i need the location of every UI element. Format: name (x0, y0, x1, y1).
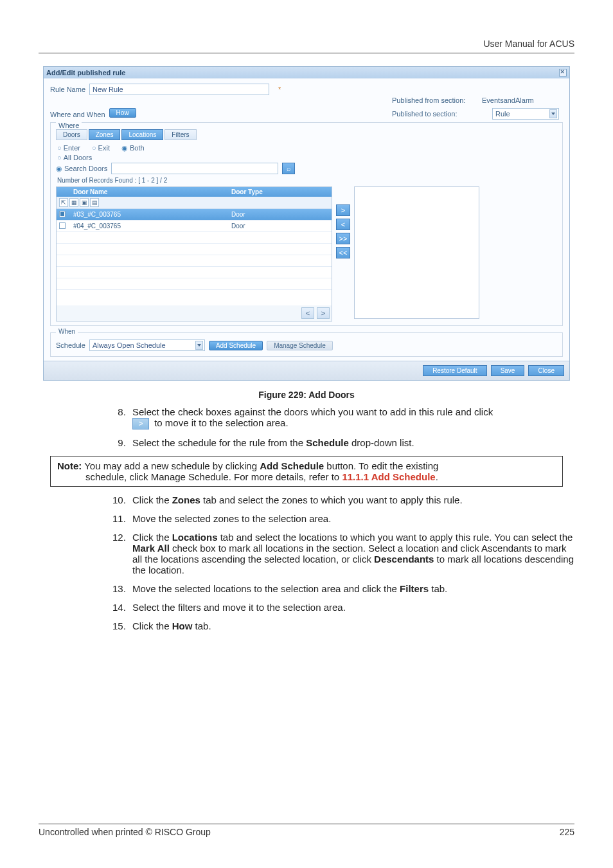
tab-locations[interactable]: Locations (121, 129, 163, 140)
grid-tool-1[interactable]: ⇱ (59, 198, 68, 207)
published-to-label: Published to section: (392, 110, 492, 118)
when-legend: When (56, 328, 78, 335)
where-legend: Where (56, 122, 82, 129)
step-item: Move the selected zones to the selection… (129, 513, 574, 524)
schedule-value: Always Open Schedule (93, 341, 193, 349)
step-item: Click the Zones tab and select the zones… (129, 494, 574, 505)
search-input[interactable] (111, 163, 278, 174)
search-icon[interactable]: ⌕ (282, 163, 295, 174)
where-when-label: Where and When (50, 111, 105, 118)
col-door-name: Door Name (71, 187, 229, 197)
save-button[interactable]: Save (491, 365, 525, 376)
step-9: Select the schedule for the rule from th… (129, 437, 574, 448)
table-row[interactable]: #03_#C_003765 Door (57, 209, 332, 221)
close-icon[interactable] (559, 69, 567, 77)
schedule-select[interactable]: Always Open Schedule (89, 339, 205, 351)
figure-caption: Figure 229: Add Doors (39, 390, 574, 400)
tab-doors[interactable]: Doors (56, 129, 87, 140)
step-8: Select the check boxes against the doors… (129, 406, 574, 429)
rule-name-label: Rule Name (50, 86, 85, 93)
grid-tool-3[interactable]: ▣ (80, 198, 89, 207)
published-from-label: Published from section: (392, 96, 482, 104)
step-item: Select the filters and move it to the se… (129, 602, 574, 613)
pager-prev[interactable]: < (301, 307, 314, 319)
table-row[interactable]: #04_#C_003765 Door (57, 221, 332, 232)
grid-tool-4[interactable]: ▤ (90, 198, 99, 207)
row-type: Door (229, 211, 332, 218)
page-header-title: User Manual for ACUS (39, 39, 574, 53)
schedule-label: Schedule (56, 341, 85, 349)
add-edit-rule-dialog: Add/Edit published rule Rule Name * Publ… (43, 66, 570, 381)
selection-panel (354, 186, 479, 319)
pager-next[interactable]: > (317, 307, 330, 319)
move-left-button[interactable]: < (336, 219, 350, 230)
doors-grid: Door Name Door Type ⇱ ▦ ▣ ▤ #0 (56, 186, 332, 321)
col-door-type: Door Type (229, 187, 332, 197)
radio-enter[interactable]: Enter (57, 144, 80, 152)
move-right-button[interactable]: > (336, 204, 350, 216)
row-name: #03_#C_003765 (71, 211, 229, 218)
restore-default-button[interactable]: Restore Default (423, 365, 486, 376)
footer-left: Uncontrolled when printed © RISCO Group (39, 827, 211, 837)
records-found: Number of Records Found : [ 1 - 2 ] / 2 (57, 177, 557, 184)
row-checkbox[interactable] (59, 211, 66, 217)
close-button[interactable]: Close (528, 365, 564, 376)
required-star: * (278, 86, 281, 93)
manage-schedule-button[interactable]: Manage Schedule (267, 341, 333, 350)
radio-search-doors[interactable]: Search Doors (56, 165, 107, 173)
footer-page-number: 225 (560, 827, 574, 837)
published-to-value: Rule (495, 110, 547, 118)
move-all-left-button[interactable]: << (336, 247, 350, 258)
note-box: Note: You may add a new schedule by clic… (50, 456, 563, 487)
tab-filters[interactable]: Filters (164, 129, 196, 140)
radio-all-doors[interactable]: All Doors (57, 154, 92, 161)
step-item: Click the Locations tab and select the l… (129, 532, 574, 575)
published-from-value: EventsandAlarm (482, 96, 559, 104)
radio-both[interactable]: Both (121, 144, 145, 152)
published-to-select[interactable]: Rule (492, 108, 559, 120)
tab-zones[interactable]: Zones (89, 129, 121, 140)
arrow-right-icon: > (132, 418, 149, 429)
move-all-right-button[interactable]: >> (336, 233, 350, 244)
how-button[interactable]: How (109, 108, 136, 118)
chevron-down-icon (549, 109, 557, 118)
add-schedule-button[interactable]: Add Schedule (209, 341, 263, 350)
chevron-down-icon (195, 341, 203, 350)
add-schedule-link[interactable]: 11.1.1 Add Schedule (342, 471, 435, 482)
step-item: Click the How tab. (129, 620, 574, 631)
radio-exit[interactable]: Exit (92, 144, 110, 152)
rule-name-input[interactable] (89, 84, 269, 95)
row-type: Door (229, 222, 332, 230)
step-item: Move the selected locations to the selec… (129, 583, 574, 594)
row-name: #04_#C_003765 (71, 222, 229, 230)
grid-tool-2[interactable]: ▦ (69, 198, 78, 207)
row-checkbox[interactable] (59, 222, 66, 229)
dialog-title: Add/Edit published rule (46, 69, 125, 77)
